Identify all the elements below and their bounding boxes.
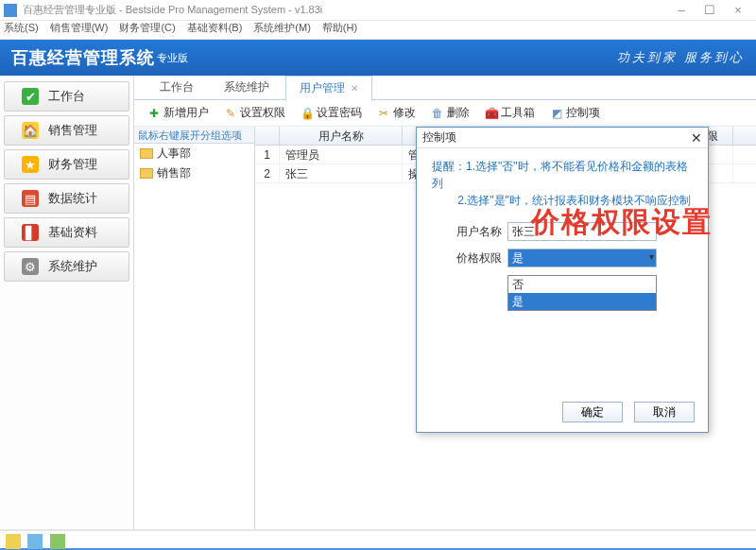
tab-0[interactable]: 工作台 — [146, 75, 208, 99]
ok-button[interactable]: 确定 — [562, 402, 623, 422]
hint-line2: 2.选择"是"时，统计报表和财务模块不响应控制 — [457, 194, 691, 207]
dialog-titlebar: 控制项 ✕ — [417, 128, 708, 148]
control-dialog: 控制项 ✕ 提醒：1.选择"否"时，将不能看见价格和金额的表格列 2.选择"是"… — [416, 127, 709, 433]
priceperm-label: 价格权限 — [449, 250, 502, 266]
toolbar-0[interactable]: ✚新增用户 — [142, 102, 215, 124]
toolbar-3[interactable]: ✂修改 — [371, 102, 421, 124]
hint-label: 提醒： — [432, 160, 466, 173]
toolbar-icon: 🔒 — [301, 107, 314, 120]
sidebar-item-3[interactable]: ▤数据统计 — [4, 183, 129, 214]
sidebar-item-1[interactable]: 🏠销售管理 — [4, 115, 129, 146]
sidebar-item-5[interactable]: ⚙系统维护 — [4, 251, 129, 282]
sidebar-item-4[interactable]: ▋基础资料 — [4, 217, 129, 248]
priceperm-select[interactable]: 是 ▾ — [507, 249, 657, 267]
hint-line1: 1.选择"否"时，将不能看见价格和金额的表格列 — [432, 160, 688, 190]
sidebar-icon: ▋ — [22, 224, 39, 241]
window-title: 百惠经营管理专业版 - Bestside Pro Management Syst… — [23, 3, 667, 17]
toolbar-icon: 🗑 — [431, 107, 444, 120]
sidebar-label: 工作台 — [48, 88, 85, 105]
menu-help[interactable]: 帮助(H) — [322, 21, 357, 39]
username-value: 张三 — [507, 222, 657, 241]
tree-header: 鼠标右键展开分组选项 — [134, 127, 254, 144]
menu-finance[interactable]: 财务管理(C) — [119, 21, 175, 39]
tab-close-icon[interactable]: ✕ — [351, 83, 358, 94]
priceperm-dropdown: 否 是 — [507, 275, 657, 311]
tab-1[interactable]: 系统维护 — [210, 75, 284, 99]
tree-panel: 鼠标右键展开分组选项 人事部销售部 — [134, 127, 255, 529]
toolbar-icon: ✚ — [147, 107, 161, 120]
sidebar-label: 销售管理 — [48, 122, 97, 139]
toolbar: ✚新增用户✎设置权限🔒设置密码✂修改🗑删除🧰工具箱◩控制项 — [134, 100, 756, 127]
dialog-hint: 提醒：1.选择"否"时，将不能看见价格和金额的表格列 2.选择"是"时，统计报表… — [417, 148, 708, 218]
folder-icon — [140, 168, 153, 179]
close-button[interactable]: × — [724, 3, 752, 17]
option-no[interactable]: 否 — [508, 276, 656, 293]
menu-system[interactable]: 系统(S) — [4, 21, 39, 39]
maximize-button[interactable]: ☐ — [696, 3, 724, 17]
menu-maintenance[interactable]: 系统维护(M) — [253, 21, 311, 39]
menu-basedata[interactable]: 基础资料(B) — [187, 21, 243, 39]
tabbar: 工作台系统维护用户管理✕ — [134, 76, 756, 100]
option-yes[interactable]: 是 — [508, 293, 656, 310]
sidebar-icon: ▤ — [22, 190, 39, 207]
app-slogan: 功夫到家 服务到心 — [617, 49, 745, 66]
toolbar-icon: ✎ — [224, 107, 237, 120]
content-area: 工作台系统维护用户管理✕ ✚新增用户✎设置权限🔒设置密码✂修改🗑删除🧰工具箱◩控… — [134, 76, 756, 529]
sidebar-icon: ⚙ — [22, 258, 39, 275]
toolbar-icon: ✂ — [377, 107, 390, 120]
tab-2[interactable]: 用户管理✕ — [285, 76, 372, 100]
minimize-button[interactable]: – — [667, 3, 696, 17]
menu-sales[interactable]: 销售管理(W) — [50, 21, 109, 39]
toolbar-4[interactable]: 🗑删除 — [425, 102, 475, 124]
tray-icon-1[interactable] — [6, 534, 21, 549]
sidebar-item-2[interactable]: ★财务管理 — [4, 149, 129, 180]
chevron-down-icon: ▾ — [649, 251, 654, 262]
toolbar-6[interactable]: ◩控制项 — [544, 102, 606, 124]
sidebar: ✔工作台🏠销售管理★财务管理▤数据统计▋基础资料⚙系统维护 — [0, 76, 134, 529]
toolbar-icon: ◩ — [550, 107, 563, 120]
dialog-title: 控制项 — [422, 129, 456, 146]
sidebar-icon: ✔ — [22, 88, 39, 105]
sidebar-label: 基础资料 — [48, 224, 97, 241]
app-edition: 专业版 — [157, 51, 188, 65]
sidebar-label: 财务管理 — [48, 156, 97, 173]
banner: 百惠经营管理系统 专业版 功夫到家 服务到心 — [0, 40, 756, 76]
app-logo-text: 百惠经营管理系统 — [11, 46, 155, 69]
sidebar-icon: 🏠 — [22, 122, 39, 139]
titlebar: 百惠经营管理专业版 - Bestside Pro Management Syst… — [0, 0, 756, 21]
menubar: 系统(S) 销售管理(W) 财务管理(C) 基础资料(B) 系统维护(M) 帮助… — [0, 21, 756, 40]
col-username[interactable]: 用户名称 — [280, 127, 403, 145]
tree-item-0[interactable]: 人事部 — [134, 144, 254, 163]
toolbar-5[interactable]: 🧰工具箱 — [479, 102, 541, 124]
toolbar-2[interactable]: 🔒设置密码 — [295, 102, 368, 124]
sidebar-icon: ★ — [22, 156, 39, 173]
tray-icon-3[interactable] — [50, 534, 65, 549]
tray-icon-2[interactable] — [27, 534, 43, 549]
cancel-button[interactable]: 取消 — [634, 402, 695, 422]
dialog-close-icon[interactable]: ✕ — [691, 130, 702, 146]
username-label: 用户名称 — [449, 224, 502, 240]
toolbar-icon: 🧰 — [485, 107, 498, 120]
sidebar-label: 数据统计 — [48, 190, 97, 207]
sidebar-label: 系统维护 — [48, 258, 97, 275]
app-icon — [4, 4, 17, 17]
tree-item-1[interactable]: 销售部 — [134, 163, 254, 183]
field-priceperm: 价格权限 是 ▾ — [417, 245, 708, 271]
sidebar-item-0[interactable]: ✔工作台 — [4, 81, 129, 112]
folder-icon — [140, 148, 153, 159]
toolbar-1[interactable]: ✎设置权限 — [218, 102, 291, 124]
col-index[interactable] — [255, 127, 280, 145]
field-username: 用户名称 张三 — [417, 218, 708, 245]
